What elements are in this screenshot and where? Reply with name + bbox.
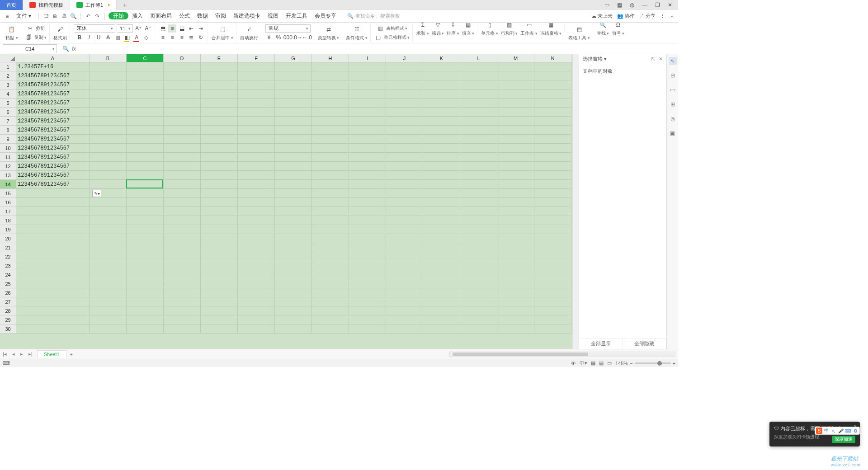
cell-D6[interactable] [164, 108, 201, 117]
cell-M8[interactable] [497, 126, 534, 135]
view-break-icon[interactable]: ▭ [607, 360, 612, 366]
cell-M17[interactable] [497, 207, 534, 216]
cell-B22[interactable] [90, 252, 127, 261]
row-header-4[interactable]: 4 [0, 89, 16, 99]
add-sheet-button[interactable]: + [66, 352, 76, 357]
cell-E20[interactable] [201, 234, 238, 243]
sheet-tab[interactable]: Sheet1 [37, 350, 66, 358]
cell-E17[interactable] [201, 207, 238, 216]
cell-J2[interactable] [386, 71, 423, 80]
row-header-7[interactable]: 7 [0, 117, 16, 126]
row-header-21[interactable]: 21 [0, 243, 16, 252]
cell-A19[interactable] [16, 225, 90, 234]
share-button[interactable]: ↗ 分享 [639, 13, 656, 19]
cell-A5[interactable]: 1234567891234567 [16, 99, 90, 108]
cell-N6[interactable] [534, 108, 571, 117]
command-search[interactable]: 🔍 查找命令、搜索模板 [347, 13, 400, 19]
cell-G13[interactable] [275, 171, 312, 180]
cell-F9[interactable] [238, 135, 275, 144]
cell-K27[interactable] [423, 297, 460, 306]
cell-G30[interactable] [275, 324, 312, 334]
cell-M5[interactable] [497, 99, 534, 108]
paste-options-tag[interactable]: ✎▾ [92, 190, 101, 197]
cloud-status[interactable]: ☁ 未上云 [591, 13, 613, 19]
cell-N27[interactable] [534, 297, 571, 306]
cell-M21[interactable] [497, 243, 534, 252]
grid[interactable]: ABCDEFGHIJKLMN 11.23457E+162123456789123… [0, 54, 572, 349]
cell-C13[interactable] [127, 171, 164, 180]
cell-I14[interactable] [349, 180, 386, 189]
cell-G21[interactable] [275, 243, 312, 252]
col-header-K[interactable]: K [423, 54, 460, 62]
cell-G16[interactable] [275, 198, 312, 207]
cell-H13[interactable] [312, 171, 349, 180]
cell-H8[interactable] [312, 126, 349, 135]
cell-H9[interactable] [312, 135, 349, 144]
cell-G19[interactable] [275, 225, 312, 234]
cell-G27[interactable] [275, 297, 312, 306]
underline-icon[interactable]: U [94, 33, 103, 42]
cell-N13[interactable] [534, 171, 571, 180]
cell-A15[interactable] [16, 189, 90, 198]
cell-F17[interactable] [238, 207, 275, 216]
cell-F2[interactable] [238, 71, 275, 80]
cell-D8[interactable] [164, 126, 201, 135]
cell-I22[interactable] [349, 252, 386, 261]
cell-F15[interactable] [238, 189, 275, 198]
cell-M26[interactable] [497, 288, 534, 297]
row-header-14[interactable]: 14 [0, 180, 16, 189]
row-header-15[interactable]: 15 [0, 189, 16, 198]
grid-rows[interactable]: 11.23457E+162123456789123456731234567891… [0, 62, 572, 349]
col-header-L[interactable]: L [460, 54, 497, 62]
cell-C19[interactable] [127, 225, 164, 234]
fx-icon[interactable]: fx [72, 46, 76, 52]
cell-M25[interactable] [497, 279, 534, 288]
symbol-button[interactable]: Ω符号 [612, 23, 625, 37]
cell-D5[interactable] [164, 99, 201, 108]
cell-B7[interactable] [90, 117, 127, 126]
cell-L20[interactable] [460, 234, 497, 243]
cell-M22[interactable] [497, 252, 534, 261]
row-header-22[interactable]: 22 [0, 252, 16, 261]
cell-H11[interactable] [312, 153, 349, 162]
cell-J9[interactable] [386, 135, 423, 144]
eye-icon[interactable]: 👁 [571, 361, 576, 366]
cell-I28[interactable] [349, 306, 386, 315]
cell-B5[interactable] [90, 99, 127, 108]
cell-M27[interactable] [497, 297, 534, 306]
cell-E1[interactable] [201, 62, 238, 71]
cell-J3[interactable] [386, 80, 423, 89]
cell-N7[interactable] [534, 117, 571, 126]
cell-M30[interactable] [497, 324, 534, 334]
cell-E12[interactable] [201, 162, 238, 171]
menu-tab-9[interactable]: 会员专享 [311, 13, 340, 19]
cell-K24[interactable] [423, 270, 460, 279]
cell-K25[interactable] [423, 279, 460, 288]
cell-K13[interactable] [423, 171, 460, 180]
cell-A9[interactable]: 1234567891234567 [16, 135, 90, 144]
row-header-26[interactable]: 26 [0, 288, 16, 297]
cell-A11[interactable]: 1234567891234567 [16, 153, 90, 162]
cell-A12[interactable]: 1234567891234567 [16, 162, 90, 171]
formula-input[interactable] [79, 44, 678, 53]
cell-A16[interactable] [16, 198, 90, 207]
cell-A26[interactable] [16, 288, 90, 297]
number-format-select[interactable]: 常规 [265, 24, 311, 33]
cell-N8[interactable] [534, 126, 571, 135]
cell-F29[interactable] [238, 315, 275, 324]
cell-G11[interactable] [275, 153, 312, 162]
show-all-button[interactable]: 全部显示 [579, 338, 623, 349]
cell-L23[interactable] [460, 261, 497, 270]
cell-I1[interactable] [349, 62, 386, 71]
cell-G29[interactable] [275, 315, 312, 324]
cell-F18[interactable] [238, 216, 275, 225]
cell-B3[interactable] [90, 80, 127, 89]
row-header-11[interactable]: 11 [0, 153, 16, 162]
cell-H4[interactable] [312, 89, 349, 99]
cell-N25[interactable] [534, 279, 571, 288]
cell-N18[interactable] [534, 216, 571, 225]
cell-H3[interactable] [312, 80, 349, 89]
cell-M2[interactable] [497, 71, 534, 80]
row-header-20[interactable]: 20 [0, 234, 16, 243]
cell-I4[interactable] [349, 89, 386, 99]
